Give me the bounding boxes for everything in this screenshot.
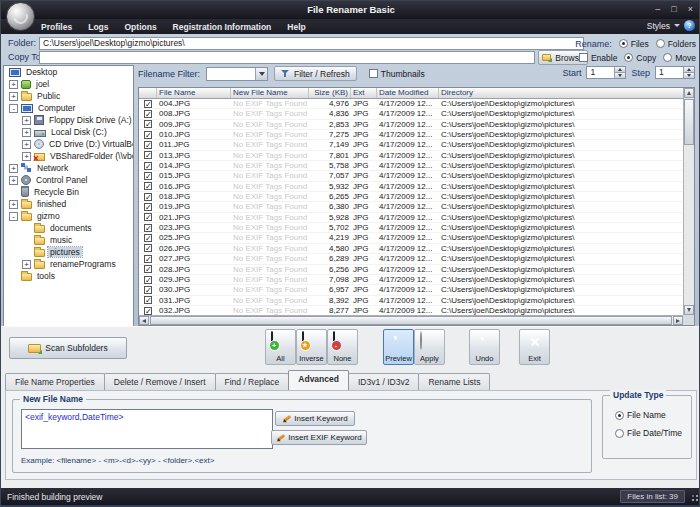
scroll-up-button[interactable] (684, 88, 694, 98)
maximize-button[interactable]: □ (671, 3, 676, 15)
table-row[interactable]: ✓015.JPGNo EXIF Tags Found7,057JPG4/17/2… (139, 171, 683, 181)
horizontal-scrollbar[interactable] (139, 315, 683, 325)
move-radio[interactable]: Move (663, 53, 696, 63)
table-row[interactable]: ✓028.JPGNo EXIF Tags Found6,256JPG4/17/2… (139, 265, 683, 275)
expand-toggle[interactable]: + (22, 116, 31, 125)
expand-toggle[interactable]: + (22, 128, 31, 137)
new-file-name-input[interactable]: <exif_keyword,DateTime> (21, 409, 273, 449)
tree-item-documents[interactable]: documents (4, 222, 133, 234)
scroll-right-button[interactable] (673, 316, 683, 325)
update-file-datetime-radio[interactable]: File Date/Time (615, 428, 682, 438)
row-checkbox[interactable]: ✓ (144, 255, 152, 263)
table-row[interactable]: ✓027.JPGNo EXIF Tags Found6,289JPG4/17/2… (139, 254, 683, 264)
vertical-scrollbar[interactable] (683, 88, 694, 315)
styles-menu[interactable]: Styles ? (647, 20, 695, 31)
column-header-date-modified[interactable]: Date Modified (377, 88, 439, 98)
tree-item-computer[interactable]: -Computer (4, 102, 133, 114)
table-row[interactable]: ✓014.JPGNo EXIF Tags Found5,758JPG4/17/2… (139, 161, 683, 171)
table-row[interactable]: ✓018.JPGNo EXIF Tags Found6,265JPG4/17/2… (139, 192, 683, 202)
scroll-left-button[interactable] (139, 316, 149, 325)
table-row[interactable]: ✓008.JPGNo EXIF Tags Found4,836JPG4/17/2… (139, 109, 683, 119)
expand-toggle[interactable]: + (9, 164, 18, 173)
row-checkbox[interactable]: ✓ (144, 131, 152, 139)
tab-file-name-properties[interactable]: File Name Properties (5, 373, 105, 390)
tab-find-replace[interactable]: Find / Replace (215, 373, 290, 390)
copyto-input[interactable] (39, 51, 535, 64)
row-checkbox[interactable]: ✓ (144, 162, 152, 170)
header-checkbox-column[interactable] (139, 88, 157, 98)
tree-item-vbsharedfolder-vboxsvr-z[interactable]: +VBSharedFolder (\\vboxsvr) (Z (4, 150, 133, 162)
resize-grip[interactable] (696, 499, 698, 501)
update-file-name-radio[interactable]: File Name (615, 410, 666, 420)
table-row[interactable]: ✓030.JPGNo EXIF Tags Found6,957JPG4/17/2… (139, 285, 683, 295)
scrollbar-thumb[interactable] (684, 99, 694, 145)
menu-item-help[interactable]: Help (287, 22, 305, 32)
table-row[interactable]: ✓010.JPGNo EXIF Tags Found7,275JPG4/17/2… (139, 130, 683, 140)
spin-down-button[interactable] (614, 73, 625, 79)
column-header-file-name[interactable]: File Name (157, 88, 231, 98)
row-checkbox[interactable]: ✓ (144, 265, 152, 273)
menu-item-options[interactable]: Options (125, 22, 157, 32)
insert-keyword-button[interactable]: Insert Keyword (275, 411, 355, 426)
table-row[interactable]: ✓009.JPGNo EXIF Tags Found2,853JPG4/17/2… (139, 120, 683, 130)
table-row[interactable]: ✓021.JPGNo EXIF Tags Found5,928JPG4/17/2… (139, 213, 683, 223)
column-header-ext[interactable]: Ext (351, 88, 377, 98)
table-row[interactable]: ✓025.JPGNo EXIF Tags Found4,219JPG4/17/2… (139, 233, 683, 243)
table-row[interactable]: ✓026.JPGNo EXIF Tags Found4,580JPG4/17/2… (139, 244, 683, 254)
table-row[interactable]: ✓011.JPGNo EXIF Tags Found7,149JPG4/17/2… (139, 140, 683, 150)
row-checkbox[interactable]: ✓ (144, 224, 152, 232)
row-checkbox[interactable]: ✓ (144, 172, 152, 180)
dropdown-arrow-button[interactable] (255, 68, 267, 80)
minimize-button[interactable]: – (655, 3, 660, 15)
table-row[interactable]: ✓023.JPGNo EXIF Tags Found5,702JPG4/17/2… (139, 223, 683, 233)
expand-toggle[interactable]: + (22, 152, 31, 161)
tab-id3v1-id3v2[interactable]: ID3v1 / ID3v2 (348, 373, 420, 390)
row-checkbox[interactable]: ✓ (144, 276, 152, 284)
select-none-button[interactable]: None (327, 329, 358, 365)
expand-toggle[interactable]: - (9, 212, 18, 221)
insert-exif-keyword-button[interactable]: Insert EXIF Keyword (271, 430, 367, 445)
select-all-button[interactable]: All (265, 329, 296, 365)
scroll-down-button[interactable] (684, 305, 694, 315)
tree-item-floppy-disk-drive-a[interactable]: +Floppy Disk Drive (A:) (4, 114, 133, 126)
column-header-size-kb[interactable]: Size (KB) (309, 88, 351, 98)
tree-item-gizmo[interactable]: -gizmo (4, 210, 133, 222)
tree-item-joel[interactable]: +joel (4, 78, 133, 90)
tree-item-local-disk-c[interactable]: +Local Disk (C:) (4, 126, 133, 138)
table-row[interactable]: ✓016.JPGNo EXIF Tags Found5,932JPG4/17/2… (139, 182, 683, 192)
tree-item-desktop[interactable]: Desktop (4, 66, 133, 78)
menu-item-logs[interactable]: Logs (88, 22, 108, 32)
enable-checkbox[interactable]: Enable (579, 53, 617, 63)
row-checkbox[interactable]: ✓ (144, 193, 152, 201)
tree-item-music[interactable]: music (4, 234, 133, 246)
row-checkbox[interactable]: ✓ (144, 213, 152, 221)
scan-subfolders-button[interactable]: Scan Subfolders (9, 337, 127, 359)
tree-item-control-panel[interactable]: +Control Panel (4, 174, 133, 186)
row-checkbox[interactable]: ✓ (144, 203, 152, 211)
tab-rename-lists[interactable]: Rename Lists (418, 373, 490, 390)
copy-radio[interactable]: Copy (624, 53, 656, 63)
start-stepper[interactable]: 1 (586, 66, 626, 79)
inverse-selection-button[interactable]: Inverse (296, 329, 327, 365)
tab-delete-remove-insert[interactable]: Delete / Remove / Insert (104, 373, 216, 390)
row-checkbox[interactable]: ✓ (144, 120, 152, 128)
folder-input[interactable]: C:\Users\joel\Desktop\gizmo\pictures\ (39, 37, 584, 50)
preview-button[interactable]: Preview (383, 329, 414, 365)
tree-item-recycle-bin[interactable]: Recycle Bin (4, 186, 133, 198)
thumbnails-checkbox[interactable]: Thumbnails (369, 69, 425, 79)
row-checkbox[interactable]: ✓ (144, 307, 152, 315)
column-header-new-file-name[interactable]: New File Name (231, 88, 309, 98)
tree-item-public[interactable]: +Public (4, 90, 133, 102)
menu-item-registration-information[interactable]: Registration Information (173, 22, 272, 32)
tree-item-tools[interactable]: tools (4, 270, 133, 282)
row-checkbox[interactable]: ✓ (144, 244, 152, 252)
expand-toggle[interactable]: + (9, 200, 18, 209)
expand-toggle[interactable]: + (22, 140, 31, 149)
rename-files-radio[interactable]: Files (619, 39, 649, 49)
spin-down-button[interactable] (683, 73, 694, 79)
tree-item-finished[interactable]: +finished (4, 198, 133, 210)
row-checkbox[interactable]: ✓ (144, 141, 152, 149)
row-checkbox[interactable]: ✓ (144, 286, 152, 294)
filter-refresh-button[interactable]: Filter / Refresh (274, 66, 357, 81)
row-checkbox[interactable]: ✓ (144, 234, 152, 242)
